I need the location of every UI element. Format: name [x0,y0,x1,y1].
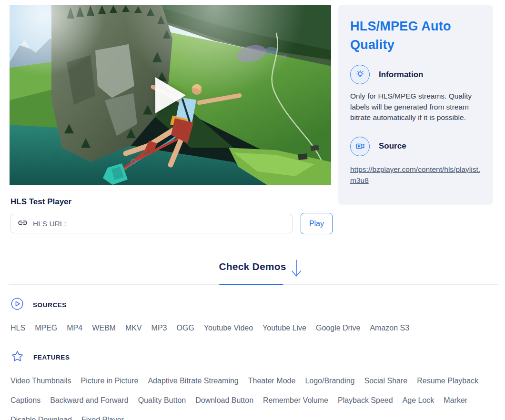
source-link[interactable]: HLS [10,324,25,332]
feature-link[interactable]: Disable Download [10,416,72,420]
source-link[interactable]: MKV [125,324,142,332]
check-demos-section: Check Demos SOURCES [0,261,505,420]
divider-accent [219,284,283,285]
video-player[interactable] [10,5,331,185]
feature-link[interactable]: Theater Mode [248,377,296,385]
feature-link[interactable]: Backward and Forward [50,396,129,405]
play-button[interactable]: Play [301,213,333,234]
feature-link[interactable]: Picture in Picture [81,377,139,385]
feature-link[interactable]: Logo/Branding [305,377,354,385]
sources-heading: SOURCES [33,301,67,309]
information-heading: Information [379,70,424,80]
check-demos-heading: Check Demos [219,261,286,272]
demo-info-card: HLS/MPEG Auto Quality Information Only f… [338,5,493,205]
star-icon [10,350,24,365]
information-header-row: Information [350,65,481,84]
source-link[interactable]: WEBM [92,324,116,332]
demo-title: HLS/MPEG Auto Quality [350,17,481,54]
source-link[interactable]: Youtube Live [263,324,306,332]
feature-link[interactable]: Captions [10,396,40,405]
features-links: Video ThumbnailsPicture in PictureAdapti… [10,377,489,420]
source-heading: Source [379,141,406,151]
feature-link[interactable]: Download Button [195,396,253,405]
information-text: Only for HLS/MPEG streams. Quality label… [350,91,481,123]
source-url-link[interactable]: https://bzplayer.com/content/hls/playlis… [350,164,481,186]
feature-link[interactable]: Social Share [364,377,407,385]
feature-link[interactable]: Quality Button [138,396,186,405]
sources-group: SOURCES HLSMPEGMP4WEBMMKVMP3OGGYoutube V… [10,297,505,332]
feature-link[interactable]: Adaptive Bitrate Streaming [148,377,238,385]
check-demos-heading-row: Check Demos [0,261,505,275]
source-link[interactable]: OGG [177,324,194,332]
feature-link[interactable]: Remember Volume [263,396,328,405]
video-camera-icon [350,137,370,156]
arrow-down-icon [290,259,303,281]
play-circle-icon [10,297,24,312]
hls-test-player: HLS Test Player Play [10,197,333,234]
features-group: FEATURES Video ThumbnailsPicture in Pict… [10,350,505,420]
source-link[interactable]: MP4 [67,324,82,332]
feature-link[interactable]: Resume Playback [417,377,478,385]
url-input-wrap [10,214,293,233]
page: HLS/MPEG Auto Quality Information Only f… [0,0,505,420]
feature-link[interactable]: Marker [444,396,467,405]
source-link[interactable]: MP3 [152,324,167,332]
source-link[interactable]: MPEG [35,324,57,332]
sources-links: HLSMPEGMP4WEBMMKVMP3OGGYoutube VideoYout… [10,324,489,332]
features-heading: FEATURES [33,354,70,361]
section-divider [0,284,505,285]
source-link[interactable]: Amazon S3 [370,324,409,332]
feature-link[interactable]: Age Lock [403,396,434,405]
source-link[interactable]: Google Drive [316,324,360,332]
feature-link[interactable]: Fixed Player [81,416,124,420]
feature-link[interactable]: Video Thumbnails [10,377,71,385]
test-player-title: HLS Test Player [10,197,333,207]
lightbulb-icon [350,65,370,84]
play-triangle-icon[interactable] [155,77,186,113]
source-link[interactable]: Youtube Video [204,324,253,332]
source-header-row: Source [350,137,481,156]
feature-link[interactable]: Playback Speed [338,396,393,405]
hls-url-input[interactable] [10,214,293,233]
